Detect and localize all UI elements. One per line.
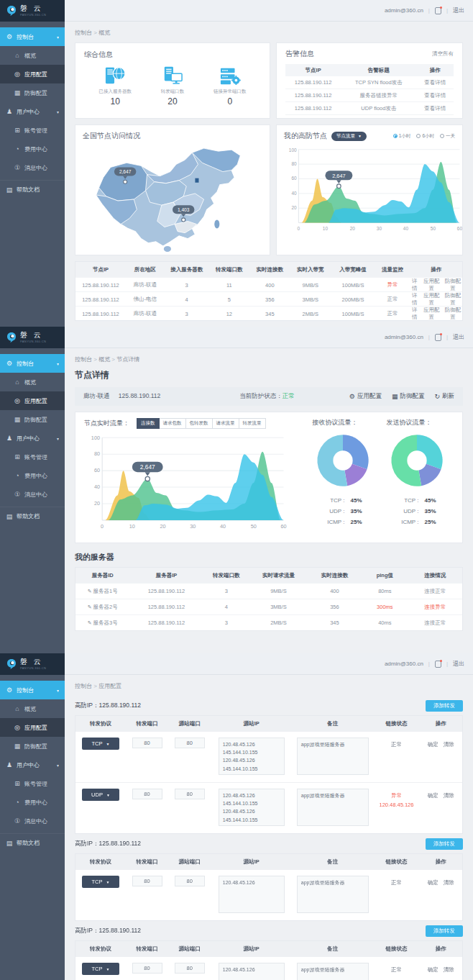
protocol-select[interactable]: UDP▼ [82,789,119,801]
confirm-link[interactable]: 确定 [428,966,438,974]
sidebar-item-help[interactable]: ▤帮助文档 [0,180,65,199]
edit-icon[interactable]: ✎ [88,620,92,625]
details-link[interactable]: 详情 [410,278,419,292]
time-range-radio[interactable]: 1小时 [393,133,411,140]
source-port-input[interactable] [175,738,205,748]
notification-icon[interactable] [435,661,441,668]
protocol-select[interactable]: TCP▼ [82,738,119,750]
traffic-tab[interactable]: 连接数 [137,418,160,429]
sidebar-item-messages[interactable]: ①消息中心 [0,158,65,177]
sidebar-item-overview[interactable]: ⌂概览 [0,699,65,718]
sidebar-item-billing[interactable]: ◔费用中心 [0,793,65,812]
traffic-tab[interactable]: 转发流量 [239,418,266,429]
confirm-link[interactable]: 确定 [428,792,438,799]
add-forward-button[interactable]: 添加转发 [426,838,463,850]
sidebar-item-help[interactable]: ▤帮助文档 [0,507,65,525]
clear-link[interactable]: 清除 [444,741,454,748]
confirm-link[interactable]: 确定 [428,741,438,748]
sidebar-item-messages[interactable]: ①消息中心 [0,485,65,504]
refresh-button[interactable]: ↻刷新 [434,392,454,401]
area-chart[interactable]: 20406080100 0102030405060 2,647 [84,433,290,538]
note-textarea[interactable]: app游戏登陆服务器 [297,738,369,775]
forward-port-input[interactable] [132,738,162,748]
traffic-tab[interactable]: 请求包数 [160,418,186,429]
forward-port-input[interactable] [132,963,162,974]
protocol-select[interactable]: TCP▼ [82,963,119,975]
china-map[interactable]: 2,647 1,403 [83,142,262,252]
recv-donut[interactable] [313,430,373,491]
sidebar-item-console[interactable]: ⚙控制台▾ [0,354,65,373]
source-ip-textarea[interactable]: 120.48.45.126 145.144.10.155 120.48.45.1… [219,738,285,775]
user-email: admin@360.cn [385,7,423,14]
clear-link[interactable]: 清除 [444,879,454,886]
protocol-select[interactable]: TCP▼ [82,876,119,888]
clear-link[interactable]: 清除 [444,792,454,799]
sidebar-item-app-config[interactable]: ◎应用配置 [0,391,65,410]
sidebar-item-billing[interactable]: ◔费用中心 [0,140,65,158]
sidebar-item-defense-config[interactable]: ▦防御配置 [0,410,65,429]
view-details-link[interactable]: 查看详情 [417,105,454,112]
sidebar-item-console[interactable]: ⚙控制台▾ [0,27,65,46]
add-forward-button[interactable]: 添加转发 [426,925,463,937]
source-ip-textarea[interactable]: 120.48.45.126 145.144.10.155 120.48.45.1… [219,789,285,826]
traffic-tab[interactable]: 请求流量 [213,418,239,429]
view-details-link[interactable]: 查看详情 [417,92,454,99]
details-link[interactable]: 详情 [410,292,419,307]
traffic-tab[interactable]: 包转发数 [186,418,213,429]
view-details-link[interactable]: 查看详情 [417,79,454,86]
sidebar-item-user-center[interactable]: ♟用户中心▾ [0,429,65,448]
sidebar-item-overview[interactable]: ⌂概览 [0,373,65,391]
logout-link[interactable]: 退出 [453,333,464,341]
notification-icon[interactable] [435,334,441,341]
source-port-input[interactable] [175,876,205,886]
defense-config-button[interactable]: ▦防御配置 [392,392,425,401]
chevron-down-icon: ▾ [57,35,59,40]
send-donut[interactable] [387,430,447,491]
app-config-button[interactable]: ⚙应用配置 [349,392,382,401]
logout-link[interactable]: 退出 [453,6,464,14]
confirm-link[interactable]: 确定 [428,879,438,886]
note-textarea[interactable]: app游戏登陆服务器 [297,876,369,913]
sidebar-item-defense-config[interactable]: ▦防御配置 [0,83,65,102]
note-textarea[interactable]: app游戏登陆服务器 [297,963,369,980]
source-ip-textarea[interactable]: 120.48.45.126 [219,963,285,980]
sidebar-item-account[interactable]: ⊞账号管理 [0,121,65,140]
sidebar-item-messages[interactable]: ①消息中心 [0,812,65,830]
defense-config-link[interactable]: 防御配置 [444,278,462,292]
sidebar-item-user-center[interactable]: ♟用户中心▾ [0,756,65,774]
sidebar-item-billing[interactable]: ◔费用中心 [0,466,65,485]
sidebar-item-defense-config[interactable]: ▦防御配置 [0,737,65,756]
source-port-input[interactable] [175,789,205,799]
edit-icon[interactable]: ✎ [88,589,92,594]
time-range-radio[interactable]: 一天 [440,133,455,140]
sidebar-item-account[interactable]: ⊞账号管理 [0,774,65,793]
sidebar-item-console[interactable]: ⚙控制台▾ [0,681,65,699]
area-chart[interactable]: 20406080100 0102030405060 2,647 [284,145,463,239]
sidebar-item-account[interactable]: ⊞账号管理 [0,448,65,466]
source-ip-textarea[interactable]: 120.48.45.126 [219,876,285,913]
defense-config-link[interactable]: 防御配置 [444,292,462,307]
clear-all-link[interactable]: 清空所有 [432,50,454,58]
forward-port-input[interactable] [132,789,162,799]
sidebar-item-overview[interactable]: ⌂概览 [0,46,65,65]
logout-link[interactable]: 退出 [453,660,464,668]
app-config-link[interactable]: 应用配置 [422,278,441,292]
sidebar-item-app-config[interactable]: ◎应用配置 [0,65,65,83]
sidebar-item-app-config[interactable]: ◎应用配置 [0,718,65,737]
sidebar-item-user-center[interactable]: ♟用户中心▾ [0,102,65,121]
details-link[interactable]: 详情 [410,307,419,321]
time-range-radio[interactable]: 6小时 [416,133,434,140]
defense-config-link[interactable]: 防御配置 [444,307,462,321]
source-port-input[interactable] [175,963,205,974]
note-textarea[interactable]: app游戏登陆服务器 [297,789,369,826]
svg-text:60: 60 [291,176,297,181]
sidebar-item-help[interactable]: ▤帮助文档 [0,833,65,852]
add-forward-button[interactable]: 添加转发 [426,700,463,712]
app-config-link[interactable]: 应用配置 [422,307,441,321]
notification-icon[interactable] [435,7,441,14]
edit-icon[interactable]: ✎ [88,604,92,609]
forward-port-input[interactable] [132,876,162,886]
clear-link[interactable]: 清除 [444,966,454,974]
traffic-dropdown[interactable]: 节点流量▼ [331,132,367,141]
app-config-link[interactable]: 应用配置 [422,292,441,307]
